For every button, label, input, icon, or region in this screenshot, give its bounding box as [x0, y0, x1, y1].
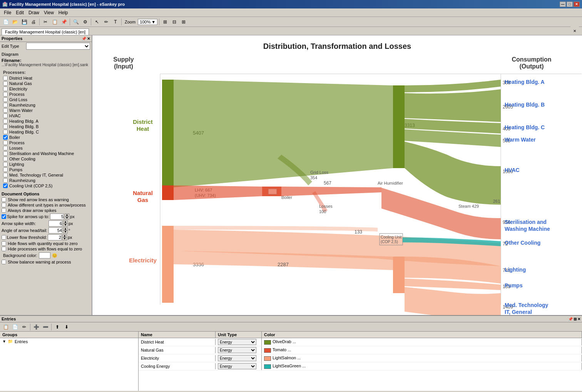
process-checkbox-3[interactable] [3, 92, 8, 97]
title-bar-controls[interactable]: — □ ✕ [560, 2, 580, 7]
app-title: Facility Management Hospital (classic) [… [9, 2, 125, 7]
process-checkbox-18[interactable] [3, 173, 8, 177]
menu-help[interactable]: Help [56, 9, 70, 16]
opt-hide-zero-proc-check[interactable] [2, 247, 6, 251]
close-tab-button[interactable]: ✕ [570, 27, 579, 35]
entry-unit[interactable]: Energy [216, 346, 262, 354]
entry-unit[interactable]: Energy [216, 338, 262, 346]
grid-button[interactable]: ⊞ [179, 18, 188, 26]
process-checkbox-11[interactable] [3, 135, 8, 140]
table-row[interactable]: District HeatEnergyOliveDrab ... [139, 338, 582, 346]
process-checkbox-16[interactable] [3, 162, 8, 167]
opt-lower-threshold-check[interactable] [2, 235, 6, 240]
edit-type-dropdown[interactable] [26, 43, 90, 50]
copy-button[interactable]: 📋 [50, 18, 59, 26]
process-checkbox-9[interactable] [3, 124, 8, 129]
minimize-button[interactable]: — [560, 2, 566, 7]
spike-width-down[interactable]: ▼ [63, 224, 68, 227]
opt-draw-spikes-check[interactable] [2, 208, 6, 213]
color-picker-button[interactable]: ... [286, 347, 291, 352]
entries-col-headers: Name Unit Type Color [139, 332, 582, 338]
process-checkbox-6[interactable] [3, 108, 8, 113]
opt-spike-arrows-check[interactable] [2, 214, 6, 219]
color-picker-button[interactable]: ... [296, 355, 301, 360]
process-checkbox-0[interactable] [3, 76, 8, 80]
opt-diff-units-check[interactable] [2, 203, 6, 207]
spike-width-input[interactable] [48, 220, 62, 227]
unit-type-select[interactable]: Energy [218, 363, 256, 369]
zoom-control[interactable]: 100% ▼ [138, 19, 157, 25]
threshold-input[interactable] [48, 234, 62, 240]
process-checkbox-2[interactable] [3, 87, 8, 91]
filename-label: Filename: [2, 58, 90, 63]
zoom-fit-button[interactable]: ⊞ [161, 18, 169, 26]
panel-close-icon[interactable]: ✕ [87, 37, 90, 41]
table-row[interactable]: Cooling EnergyEnergyLightSeaGreen ... [139, 362, 582, 370]
district-heat-label: District [133, 118, 153, 125]
diagram-tab[interactable]: Facility Management Hospital (classic) [… [2, 28, 89, 35]
process-checkbox-7[interactable] [3, 113, 8, 118]
open-button[interactable]: 📂 [11, 18, 19, 26]
process-checkbox-13[interactable] [3, 146, 8, 150]
zoom-dropdown-icon[interactable]: ▼ [151, 20, 156, 24]
unit-type-select[interactable]: Energy [218, 355, 256, 361]
angle-input[interactable] [48, 227, 62, 234]
print-button[interactable]: 🖨 [29, 18, 38, 26]
panel-pin-icon[interactable]: 📌 [82, 37, 86, 41]
new-button[interactable]: 📄 [2, 18, 10, 26]
process-checkbox-5[interactable] [3, 103, 8, 107]
entries-btn2[interactable]: 📄 [11, 323, 19, 331]
table-row[interactable]: Natural GasEnergyTomato ... [139, 346, 582, 354]
process-checkbox-1[interactable] [3, 81, 8, 86]
unit-type-select[interactable]: Energy [218, 347, 256, 353]
process-checkbox-15[interactable] [3, 157, 8, 161]
entries-btn3[interactable]: ✏ [20, 323, 28, 331]
entries-btn6[interactable]: ⬆ [53, 323, 62, 331]
entries-close-icon[interactable]: ✕ [577, 317, 580, 321]
save-button[interactable]: 💾 [20, 18, 28, 26]
threshold-down[interactable]: ▼ [62, 237, 67, 240]
menu-view[interactable]: View [42, 9, 56, 16]
color-picker-button[interactable]: ... [291, 339, 296, 344]
menu-draw[interactable]: Draw [26, 9, 42, 16]
entries-btn1[interactable]: 📋 [2, 323, 10, 331]
process-checkbox-12[interactable] [3, 140, 8, 145]
opt-hide-zero-qty-check[interactable] [2, 241, 6, 246]
opt-red-arrow-check[interactable] [2, 197, 6, 202]
entry-unit[interactable]: Energy [216, 362, 262, 370]
bg-color-swatch[interactable] [39, 252, 50, 259]
maximize-button[interactable]: □ [567, 2, 573, 7]
process-checkbox-20[interactable] [3, 183, 8, 188]
spike-arrows-input[interactable] [50, 214, 64, 220]
zoom-page-button[interactable]: ⊟ [170, 18, 179, 26]
opt-balance-warning-check[interactable] [2, 260, 6, 264]
entries-btn7[interactable]: ⬇ [62, 323, 71, 331]
pointer-button[interactable]: ↖ [93, 18, 101, 26]
entries-dock-icon[interactable]: ⊞ [574, 317, 577, 321]
menu-edit[interactable]: Edit [13, 9, 26, 16]
paste-button[interactable]: 📌 [60, 18, 68, 26]
entries-btn4[interactable]: ➕ [32, 323, 40, 331]
process-checkbox-8[interactable] [3, 119, 8, 123]
process-checkbox-14[interactable] [3, 151, 8, 156]
entries-pin-icon[interactable]: 📌 [568, 317, 573, 321]
cut-button[interactable]: ✂ [41, 18, 50, 26]
process-checkbox-4[interactable] [3, 97, 8, 102]
settings-button[interactable]: ⚙ [81, 18, 89, 26]
draw-button[interactable]: ✏ [102, 18, 110, 26]
table-row[interactable]: ElectricityEnergyLightSalmon ... [139, 354, 582, 362]
text-button[interactable]: T [111, 18, 120, 26]
angle-down[interactable]: ▼ [63, 230, 68, 234]
color-picker-button[interactable]: ... [301, 364, 306, 368]
entries-group-item[interactable]: ▼ 📁 Entries [0, 338, 138, 345]
process-checkbox-10[interactable] [3, 130, 8, 134]
spike-arrows-down[interactable]: ▼ [65, 217, 69, 220]
search-button[interactable]: 🔍 [72, 18, 80, 26]
process-checkbox-17[interactable] [3, 167, 8, 172]
menu-file[interactable]: File [2, 9, 13, 16]
entries-btn5[interactable]: ➖ [41, 323, 50, 331]
close-button[interactable]: ✕ [574, 2, 580, 7]
unit-type-select[interactable]: Energy [218, 339, 256, 345]
process-checkbox-19[interactable] [3, 178, 8, 183]
entry-unit[interactable]: Energy [216, 354, 262, 362]
